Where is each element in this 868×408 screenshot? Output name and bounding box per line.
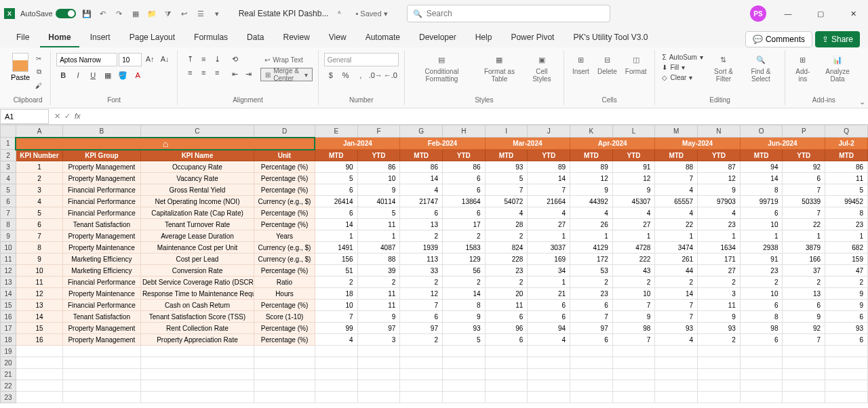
data-cell[interactable]: 3037 [528,242,570,253]
orientation-icon[interactable]: ⟲ [228,53,241,65]
data-cell[interactable]: Percentage (%) [254,207,315,219]
data-cell[interactable]: 3 [357,334,400,346]
month-header[interactable]: Jun-2024 [740,138,825,150]
empty-cell[interactable] [16,346,62,357]
row-header[interactable]: 4 [1,173,16,184]
search-input[interactable] [427,9,604,18]
empty-cell[interactable] [825,369,868,380]
data-cell[interactable]: 682 [825,242,868,253]
row-header[interactable]: 20 [1,357,16,369]
data-cell[interactable]: 2 [698,334,741,346]
empty-cell[interactable] [16,380,62,392]
avatar[interactable]: PS [750,5,766,22]
data-cell[interactable]: 4 [400,184,443,196]
col-header[interactable]: F [357,125,400,138]
empty-cell[interactable] [698,346,741,357]
data-cell[interactable]: 2 [442,230,485,242]
data-cell[interactable]: 9 [612,311,655,323]
data-cell[interactable]: 4 [16,196,62,207]
data-cell[interactable]: Financial Performance [62,196,140,207]
col-header[interactable]: O [740,125,783,138]
undo-icon[interactable]: ↶ [98,8,108,19]
data-cell[interactable]: 6 [740,207,783,219]
empty-cell[interactable] [698,380,741,392]
data-cell[interactable]: 40114 [357,196,400,207]
col-header[interactable]: H [442,125,485,138]
data-cell[interactable]: 6 [16,219,62,230]
header-cell[interactable]: MTD [485,150,528,161]
data-cell[interactable]: 5 [825,184,868,196]
data-cell[interactable]: 7 [783,184,825,196]
row-header[interactable]: 17 [1,323,16,334]
data-cell[interactable]: 13 [400,219,443,230]
data-cell[interactable]: 3 [698,288,741,300]
data-cell[interactable]: Response Time to Maintenance Requests [140,288,254,300]
data-cell[interactable]: 6 [442,173,485,184]
number-format-input[interactable] [324,53,399,66]
empty-cell[interactable] [442,369,485,380]
empty-cell[interactable] [485,369,528,380]
empty-cell[interactable] [140,346,254,357]
data-cell[interactable]: 34 [528,265,570,277]
tab-review[interactable]: Review [275,28,317,47]
format-cells-button[interactable]: ◫Format [623,53,650,75]
data-cell[interactable]: 14 [442,288,485,300]
data-cell[interactable]: 169 [528,253,570,265]
data-cell[interactable]: 8 [740,311,783,323]
empty-cell[interactable] [783,346,825,357]
decrease-font-icon[interactable]: A↓ [158,53,172,65]
currency-icon[interactable]: $ [324,69,338,81]
empty-cell[interactable] [528,346,570,357]
data-cell[interactable]: 4 [655,207,698,219]
data-cell[interactable]: 6 [485,311,528,323]
data-cell[interactable]: Tenant Satisfaction Score (TSS) [140,311,254,323]
empty-cell[interactable] [400,380,443,392]
data-cell[interactable]: 5 [442,334,485,346]
empty-cell[interactable] [655,392,698,403]
data-cell[interactable]: 91 [740,253,783,265]
data-cell[interactable]: 7 [655,173,698,184]
tab-home[interactable]: Home [40,28,79,47]
data-cell[interactable]: 22 [655,219,698,230]
month-header[interactable]: Feb-2024 [400,138,485,150]
data-cell[interactable]: 4 [528,334,570,346]
col-header[interactable]: N [698,125,741,138]
data-cell[interactable]: 11 [16,277,62,288]
empty-cell[interactable] [254,369,315,380]
empty-cell[interactable] [485,392,528,403]
empty-cell[interactable] [62,357,140,369]
data-cell[interactable]: 4728 [612,242,655,253]
data-cell[interactable]: 5 [16,207,62,219]
data-cell[interactable]: 7 [400,300,443,311]
data-cell[interactable]: 43 [612,265,655,277]
data-cell[interactable]: Hours [254,288,315,300]
empty-cell[interactable] [570,380,613,392]
funnel-icon[interactable]: ⧩ [163,8,174,19]
increase-font-icon[interactable]: A↑ [143,53,157,65]
data-cell[interactable]: 97 [570,323,613,334]
tab-file[interactable]: File [8,28,37,47]
data-cell[interactable]: 98 [612,323,655,334]
data-cell[interactable]: 2 [783,277,825,288]
header-cell[interactable]: MTD [400,150,443,161]
empty-cell[interactable] [16,357,62,369]
empty-cell[interactable] [140,392,254,403]
data-cell[interactable]: 17 [442,219,485,230]
data-cell[interactable]: 9 [442,311,485,323]
row-header[interactable]: 11 [1,253,16,265]
data-cell[interactable]: Cost per Lead [140,253,254,265]
filename[interactable]: Real Estate KPI Dashb... [239,9,329,18]
data-cell[interactable]: 44 [655,265,698,277]
save-icon[interactable]: 💾 [81,8,92,19]
data-cell[interactable]: 4 [655,334,698,346]
data-cell[interactable]: 93 [655,323,698,334]
data-cell[interactable]: 54072 [485,196,528,207]
cell-styles-button[interactable]: ▣Cell Styles [526,53,558,83]
data-cell[interactable]: 1 [655,230,698,242]
data-cell[interactable]: 2 [400,277,443,288]
empty-cell[interactable] [254,380,315,392]
data-cell[interactable]: 6 [528,311,570,323]
data-cell[interactable]: 14 [528,173,570,184]
data-cell[interactable]: 10 [740,219,783,230]
empty-cell[interactable] [485,357,528,369]
